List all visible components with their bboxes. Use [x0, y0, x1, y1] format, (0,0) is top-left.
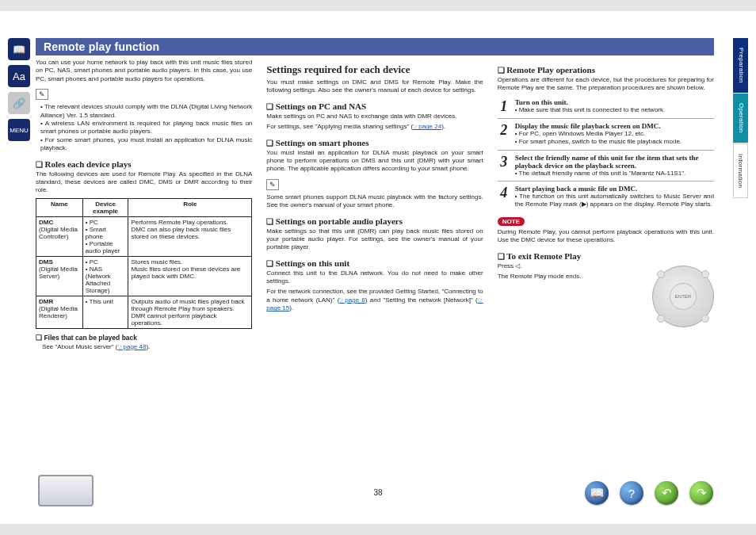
cell-role: Outputs audio of music files played back… [128, 296, 252, 328]
step-bullet: • The default friendly name of this unit… [515, 170, 714, 178]
step: 4Start playing back a music file on DMC.… [498, 182, 714, 212]
back-icon[interactable]: ↶ [655, 481, 678, 505]
smartphone-heading: Settings on smart phones [266, 138, 483, 147]
cell-ex: • PC • Smart phone • Portable audio play… [82, 216, 128, 256]
book-icon[interactable]: 📖 [8, 38, 30, 60]
step-bullet: • The function on this unit automaticall… [515, 193, 714, 209]
content-columns: You can use your home network to play ba… [36, 59, 714, 455]
intro-bullets: The relevant devices should comply with … [36, 103, 252, 152]
steps-list: 1Turn on this unit.• Make sure that this… [498, 95, 714, 212]
bullet: For some smart phones, you must install … [40, 136, 252, 153]
pencil-note-icon: ✎ [36, 89, 48, 100]
cell-sub: (Digital Media Server) [39, 266, 78, 280]
th-name: Name [36, 198, 83, 216]
exit-text2: The Remote Play mode ends. [498, 273, 646, 281]
manual-page: 📖 Aa 🔗 MENU Preparation Operation Inform… [0, 0, 756, 535]
step-title: Start playing back a music file on DMC. [515, 185, 638, 193]
table-row: DMR(Digital Media Renderer) • This unit … [36, 296, 252, 328]
step: 1Turn on this unit.• Make sure that this… [498, 95, 714, 119]
roles-heading: Roles each device plays [36, 159, 252, 169]
pc-nas-text: Make settings on PC and NAS to exchange … [266, 113, 483, 120]
step-title: Display the music file playback screen o… [515, 122, 661, 130]
pencil-note-icon: ✎ [266, 179, 279, 190]
portable-text: Make settings so that this unit (DMR) ca… [266, 227, 483, 252]
exit-text1: Press ◁. [498, 262, 646, 270]
link-icon[interactable]: 🔗 [8, 92, 30, 114]
cell-role: Performs Remote Play operations. DMC can… [128, 216, 252, 256]
smartphone-text: You must install an application for DLNA… [266, 149, 483, 174]
cell-name: DMS [39, 258, 53, 266]
help-icon[interactable]: ? [620, 481, 643, 505]
table-row: DMC(Digital Media Controller) • PC • Sma… [36, 216, 252, 256]
thisunit-heading: Settings on this unit [266, 258, 483, 268]
cell-name: DMR [39, 298, 53, 305]
roles-table: Name Device example Role DMC(Digital Med… [36, 198, 252, 329]
step-bullet: • For PC, open Windows Media Player 12, … [515, 130, 714, 138]
step-body: Turn on this unit.• Make sure that this … [515, 98, 714, 115]
th-role: Role [128, 198, 252, 216]
remote-play-ops-text: Operations are different for each device… [498, 76, 714, 93]
portable-heading: Settings on portable audio players [266, 216, 483, 226]
files-heading: ❏ Files that can be played back [36, 334, 252, 342]
pc-nas-heading: Settings on PC and NAS [266, 101, 483, 111]
column-3: Remote Play operations Operations are di… [498, 59, 714, 455]
step-bullet: • Make sure that this unit is connected … [515, 106, 714, 114]
tab-preparation[interactable]: Preparation [733, 38, 748, 93]
note-text: During Remote Play, you cannot perform p… [498, 228, 714, 245]
cell-name: DMC [39, 219, 53, 226]
font-icon[interactable]: Aa [8, 65, 30, 87]
files-text: See "About Music server" (☞page 48). [36, 343, 252, 351]
step-body: Display the music file playback screen o… [515, 122, 714, 147]
cell-sub: (Digital Media Renderer) [39, 305, 78, 319]
page-title: Remote play function [36, 38, 714, 55]
tab-information[interactable]: Information [733, 143, 748, 198]
note-badge: NOTE [498, 217, 525, 226]
cell-role: Stores music files. Music files stored o… [128, 256, 252, 296]
intro-text: You can use your home network to play ba… [36, 59, 252, 83]
cell-ex: • This unit [82, 296, 128, 328]
thisunit-text1: Connect this unit to the DLNA network. Y… [266, 269, 483, 286]
footer: 38 📖 ? ↶ ↷ [0, 468, 756, 508]
step-body: Select the friendly name of this unit fo… [515, 154, 714, 178]
table-row: DMS(Digital Media Server) • PC • NAS (Ne… [36, 256, 252, 296]
page8-link[interactable]: ☞page 8 [339, 296, 365, 304]
step-title: Turn on this unit. [515, 98, 568, 106]
thisunit-text2: For the network connection, see the prov… [266, 288, 483, 312]
step-number: 2 [498, 122, 510, 147]
settings-heading: Settings required for each device [266, 63, 483, 76]
step: 3Select the friendly name of this unit f… [498, 151, 714, 182]
step-number: 4 [498, 185, 510, 209]
forward-icon[interactable]: ↷ [689, 481, 713, 505]
home-icon[interactable]: 📖 [585, 481, 609, 505]
bullet: A wireless LAN environment is required f… [40, 120, 252, 136]
th-example: Device example [82, 198, 128, 216]
step-number: 1 [498, 98, 510, 115]
column-1: You can use your home network to play ba… [36, 59, 252, 455]
roles-text: The following devices are used for Remot… [36, 170, 252, 195]
settings-lead: You must make settings on DMC and DMS fo… [266, 78, 483, 95]
tab-operation[interactable]: Operation [733, 94, 748, 143]
section-tabs: Preparation Operation Information [733, 38, 748, 198]
step: 2Display the music file playback screen … [498, 119, 714, 151]
menu-icon[interactable]: MENU [8, 119, 30, 141]
page48-link[interactable]: ☞page 48 [118, 343, 147, 350]
step-number: 3 [498, 154, 510, 178]
step-body: Start playing back a music file on DMC.•… [515, 185, 714, 209]
cell-sub: (Digital Media Controller) [39, 226, 78, 240]
exit-heading: To exit Remote Play [498, 251, 714, 261]
bullet: The relevant devices should comply with … [40, 103, 252, 120]
page24-link[interactable]: ☞page 24 [413, 123, 441, 130]
smartphone-note: Some smart phones support DLNA music pla… [266, 193, 483, 210]
remote-dial-illustration: ENTER [652, 266, 714, 327]
step-bullet: • For smart phones, switch to the music … [515, 138, 714, 146]
cell-ex: • PC • NAS (Network Attached Storage) [82, 256, 128, 296]
nav-buttons: 📖 ? ↶ ↷ [585, 481, 713, 505]
remote-play-ops-heading: Remote Play operations [498, 65, 714, 75]
left-icon-rail: 📖 Aa 🔗 MENU [8, 38, 32, 141]
step-title: Select the friendly name of this unit fo… [515, 154, 699, 170]
pc-nas-link-text: For settings, see "Applying media sharin… [266, 123, 483, 131]
column-2: Settings required for each device You mu… [266, 59, 483, 455]
